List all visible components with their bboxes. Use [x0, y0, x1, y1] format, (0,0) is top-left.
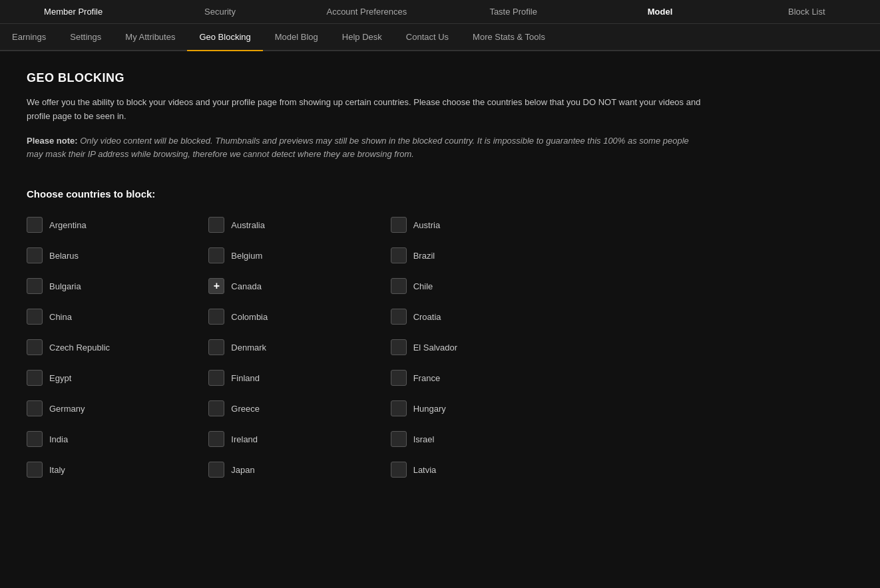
country-checkbox-germany[interactable] [27, 400, 43, 416]
country-item-belgium: Belgium [208, 243, 377, 267]
country-name-czech-republic: Czech Republic [49, 343, 110, 353]
country-checkbox-chile[interactable] [391, 278, 407, 294]
country-checkbox-canada[interactable]: + [208, 278, 224, 294]
country-item-israel: Israel [391, 427, 559, 451]
main-content: GEO BLOCKING We offer you the ability to… [0, 51, 732, 502]
country-checkbox-czech-republic[interactable] [27, 339, 43, 355]
country-checkbox-israel[interactable] [391, 431, 407, 447]
page-description: We offer you the ability to block your v… [27, 96, 706, 124]
top-nav-item-security[interactable]: Security [146, 0, 293, 23]
sub-nav-item-model-blog[interactable]: Model Blog [263, 24, 330, 50]
country-item-india: India [27, 427, 195, 451]
country-item-croatia: Croatia [391, 305, 559, 329]
country-checkbox-hungary[interactable] [391, 400, 407, 416]
sub-nav: EarningsSettingsMy AttributesGeo Blockin… [0, 24, 880, 51]
country-checkbox-greece[interactable] [208, 400, 224, 416]
country-item-egypt: Egypt [27, 366, 195, 390]
country-item-germany: Germany [27, 396, 195, 420]
country-checkbox-china[interactable] [27, 309, 43, 325]
country-item-japan: Japan [208, 458, 377, 482]
country-name-israel: Israel [413, 434, 435, 444]
country-item-colombia: Colombia [208, 305, 377, 329]
country-name-denmark: Denmark [231, 343, 266, 353]
top-nav-item-model[interactable]: Model [586, 0, 733, 23]
country-item-australia: Australia [208, 213, 377, 237]
country-item-belarus: Belarus [27, 243, 195, 267]
note-label: Please note: [27, 136, 78, 146]
country-checkbox-belgium[interactable] [208, 247, 224, 263]
country-name-croatia: Croatia [413, 312, 441, 322]
country-name-canada: Canada [231, 281, 262, 291]
country-name-egypt: Egypt [49, 373, 71, 383]
note-text: Only video content will be blocked. Thum… [27, 136, 689, 160]
country-item-bulgaria: Bulgaria [27, 274, 195, 298]
country-name-ireland: Ireland [231, 434, 258, 444]
country-checkbox-brazil[interactable] [391, 247, 407, 263]
sub-nav-item-more-stats[interactable]: More Stats & Tools [461, 24, 557, 50]
country-item-austria: Austria [391, 213, 559, 237]
country-item-latvia: Latvia [391, 458, 559, 482]
country-item-finland: Finland [208, 366, 377, 390]
country-name-germany: Germany [49, 404, 85, 414]
sub-nav-item-settings[interactable]: Settings [58, 24, 113, 50]
country-checkbox-japan[interactable] [208, 462, 224, 478]
country-item-chile: Chile [391, 274, 559, 298]
country-item-el-salvador: El Salvador [391, 335, 559, 359]
country-name-bulgaria: Bulgaria [49, 281, 81, 291]
country-name-greece: Greece [231, 404, 260, 414]
country-checkbox-finland[interactable] [208, 370, 224, 386]
country-checkbox-denmark[interactable] [208, 339, 224, 355]
country-checkbox-australia[interactable] [208, 217, 224, 233]
country-item-greece: Greece [208, 396, 377, 420]
country-name-india: India [49, 434, 68, 444]
country-checkbox-france[interactable] [391, 370, 407, 386]
sub-nav-item-earnings[interactable]: Earnings [0, 24, 58, 50]
top-nav-item-taste-profile[interactable]: Taste Profile [440, 0, 586, 23]
country-item-china: China [27, 305, 195, 329]
top-nav-item-member-profile[interactable]: Member Profile [0, 0, 146, 23]
country-checkbox-ireland[interactable] [208, 431, 224, 447]
top-nav-item-account-preferences[interactable]: Account Preferences [294, 0, 440, 23]
country-checkbox-austria[interactable] [391, 217, 407, 233]
country-item-ireland: Ireland [208, 427, 377, 451]
country-checkbox-el-salvador[interactable] [391, 339, 407, 355]
country-name-belgium: Belgium [231, 251, 262, 261]
country-name-belarus: Belarus [49, 251, 79, 261]
country-name-latvia: Latvia [413, 465, 437, 475]
country-name-el-salvador: El Salvador [413, 343, 457, 353]
country-name-colombia: Colombia [231, 312, 268, 322]
country-checkbox-italy[interactable] [27, 462, 43, 478]
country-checkbox-latvia[interactable] [391, 462, 407, 478]
country-checkbox-colombia[interactable] [208, 309, 224, 325]
country-name-japan: Japan [231, 465, 254, 475]
sub-nav-item-my-attributes[interactable]: My Attributes [113, 24, 187, 50]
country-checkbox-egypt[interactable] [27, 370, 43, 386]
top-nav-item-block-list[interactable]: Block List [734, 0, 880, 23]
country-item-czech-republic: Czech Republic [27, 335, 195, 359]
country-item-denmark: Denmark [208, 335, 377, 359]
country-name-france: France [413, 373, 440, 383]
page-note: Please note: Only video content will be … [27, 134, 706, 162]
country-name-austria: Austria [413, 220, 440, 230]
country-name-finland: Finland [231, 373, 260, 383]
country-checkbox-argentina[interactable] [27, 217, 43, 233]
country-name-australia: Australia [231, 220, 265, 230]
country-item-canada: +Canada [208, 274, 377, 298]
country-checkbox-bulgaria[interactable] [27, 278, 43, 294]
country-checkbox-india[interactable] [27, 431, 43, 447]
sub-nav-item-geo-blocking[interactable]: Geo Blocking [187, 24, 262, 51]
country-item-brazil: Brazil [391, 243, 559, 267]
country-grid: ArgentinaAustraliaAustriaBelarusBelgiumB… [27, 213, 559, 482]
country-checkbox-belarus[interactable] [27, 247, 43, 263]
country-name-argentina: Argentina [49, 220, 87, 230]
page-title: GEO BLOCKING [27, 71, 706, 85]
country-item-france: France [391, 366, 559, 390]
sub-nav-item-help-desk[interactable]: Help Desk [330, 24, 394, 50]
country-name-hungary: Hungary [413, 404, 446, 414]
choose-label: Choose countries to block: [27, 188, 706, 200]
top-nav: Member ProfileSecurityAccount Preference… [0, 0, 880, 24]
sub-nav-item-contact-us[interactable]: Contact Us [394, 24, 461, 50]
country-checkbox-croatia[interactable] [391, 309, 407, 325]
country-item-hungary: Hungary [391, 396, 559, 420]
country-name-brazil: Brazil [413, 251, 435, 261]
